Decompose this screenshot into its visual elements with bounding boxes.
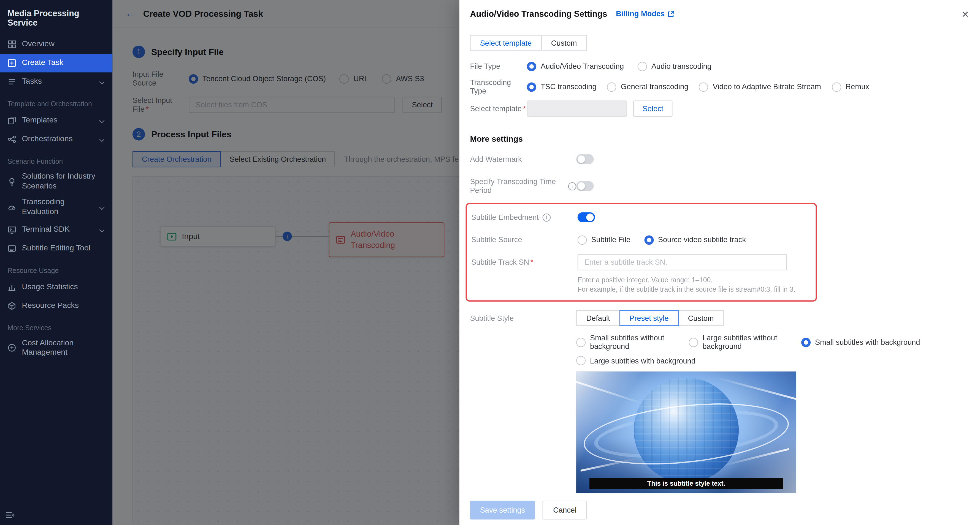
subtitle-caption: This is subtitle style text. [589,478,783,489]
cancel-button[interactable]: Cancel [542,501,587,520]
chevron-down-icon [99,118,104,123]
sidebar-item-cost-allocation[interactable]: Cost Allocation Management [0,335,112,361]
sidebar-item-label: Terminal SDK [22,225,100,234]
drawer-footer: Save settings Cancel [460,495,980,525]
sidebar-item-terminal-sdk[interactable]: Terminal SDK [0,220,112,239]
radio-dot [832,82,841,91]
chevron-down-icon [99,79,104,84]
resource-packs-icon [8,301,16,310]
sidebar-group-scenario-function: Scenario Function [0,149,112,169]
save-settings-button[interactable]: Save settings [470,501,535,520]
label-text: Specify Transcoding Time Period [470,177,564,195]
sidebar-group-resource-usage: Resource Usage [0,257,112,278]
sidebar-collapse-icon[interactable] [5,510,15,520]
radio-dot [801,337,811,347]
required-mark: * [530,258,533,266]
radio-large-with-background[interactable]: Large subtitles with background [576,356,695,365]
subtitle-preview-image[interactable]: This is subtitle style text. [576,371,796,493]
time-period-toggle[interactable] [576,181,594,191]
sidebar-item-label: Resource Packs [22,301,112,310]
radio-tsc-transcoding[interactable]: TSC transcoding [527,82,597,91]
radio-dot [576,337,585,347]
subtitle-track-sn-input[interactable] [578,254,787,270]
add-watermark-toggle[interactable] [576,154,594,164]
label-text: Select template [470,104,522,113]
radio-small-no-background[interactable]: Small subtitles without background [576,333,689,351]
file-type-row: File Type Audio/Video Transcoding Audio … [470,59,969,73]
radio-subtitle-file[interactable]: Subtitle File [578,235,630,244]
subtitle-preset-options: Small subtitles without background Large… [576,333,969,365]
templates-icon [8,116,16,125]
tasks-icon [8,77,16,86]
sidebar-item-label: Usage Statistics [22,282,112,292]
add-watermark-label: Add Watermark [470,155,576,164]
radio-large-no-background[interactable]: Large subtitles without background [689,333,801,351]
transcoding-settings-drawer: Audio/Video Transcoding Settings Billing… [460,0,980,525]
template-value-input[interactable] [527,100,627,117]
radio-label: Remux [845,82,869,91]
toggle-knob [586,214,593,221]
sidebar-item-orchestrations[interactable]: Orchestrations [0,130,112,149]
radio-general-transcoding[interactable]: General transcoding [607,82,688,91]
time-period-label: Specify Transcoding Time Periodi [470,177,576,195]
planet-ring [581,394,792,473]
sidebar-item-subtitle-editing-tool[interactable]: Subtitle Editing Tool [0,239,112,257]
time-period-row: Specify Transcoding Time Periodi [470,177,969,195]
drawer-title: Audio/Video Transcoding Settings [470,9,607,18]
style-mode-default[interactable]: Default [576,310,620,326]
radio-audio-transcoding[interactable]: Audio transcoding [638,62,711,71]
usage-statistics-icon [8,282,16,291]
sidebar-item-templates[interactable]: Templates [0,111,112,130]
sidebar-item-label: Transcoding Evaluation [22,198,100,217]
radio-adaptive-bitrate[interactable]: Video to Adaptive Bitrate Stream [699,82,821,91]
close-icon[interactable]: × [962,8,969,19]
sidebar-item-transcoding-evaluation[interactable]: Transcoding Evaluation [0,194,112,220]
terminal-sdk-icon [8,225,16,234]
subtitle-track-sn-label: Subtitle Track SN* [471,258,578,266]
orchestrations-icon [8,135,16,144]
subtitle-style-row: Subtitle Style Default Preset style Cust… [470,310,969,326]
transcoding-type-row: Transcoding Type TSC transcoding General… [470,78,969,96]
subtitle-embedment-toggle[interactable] [578,213,595,222]
radio-label: Large subtitles with background [590,356,695,365]
style-mode-custom[interactable]: Custom [678,310,724,326]
template-select-button[interactable]: Select [633,100,673,117]
radio-small-with-background[interactable]: Small subtitles with background [801,337,920,347]
radio-av-transcoding[interactable]: Audio/Video Transcoding [527,62,624,71]
sidebar-item-tasks[interactable]: Tasks [0,72,112,91]
billing-modes-link[interactable]: Billing Modes [616,10,674,18]
tab-custom[interactable]: Custom [541,35,587,51]
radio-label: Subtitle File [591,235,630,244]
sidebar-item-overview[interactable]: Overview [0,35,112,54]
radio-dot [644,235,654,244]
toggle-knob [578,182,585,190]
radio-dot [607,82,616,91]
select-template-row: Select template* Select [470,100,969,117]
radio-label: TSC transcoding [541,82,597,91]
label-text: Subtitle Embedment [471,213,539,222]
add-watermark-row: Add Watermark [470,152,969,166]
sidebar-item-solutions[interactable]: Solutions for Industry Scenarios [0,169,112,195]
preset-row-1: Small subtitles without background Large… [576,333,969,351]
tab-select-template[interactable]: Select template [470,35,541,51]
subtitle-style-label: Subtitle Style [470,314,576,322]
toggle-knob [578,155,585,163]
style-mode-preset[interactable]: Preset style [619,310,679,326]
sidebar-item-resource-packs[interactable]: Resource Packs [0,297,112,315]
sidebar-item-usage-statistics[interactable]: Usage Statistics [0,278,112,297]
template-mode-tabs: Select template Custom [470,35,587,51]
radio-source-video-subtitle-track[interactable]: Source video subtitle track [644,235,746,244]
radio-dot [527,82,536,91]
subtitle-source-row: Subtitle Source Subtitle File Source vid… [471,233,816,247]
app-title: Media Processing Service [0,0,112,35]
sidebar-item-label: Tasks [22,77,100,87]
viewport: Media Processing Service Overview Create… [0,0,980,525]
sidebar-group-template-orchestration: Template and Orchestration [0,91,112,111]
radio-dot [638,62,647,71]
radio-label: Audio/Video Transcoding [541,62,624,71]
radio-remux[interactable]: Remux [832,82,869,91]
drawer-header: Audio/Video Transcoding Settings Billing… [460,0,980,27]
create-task-icon [8,59,16,67]
external-link-icon [667,10,674,17]
sidebar-item-create-task[interactable]: Create Task [0,54,112,72]
